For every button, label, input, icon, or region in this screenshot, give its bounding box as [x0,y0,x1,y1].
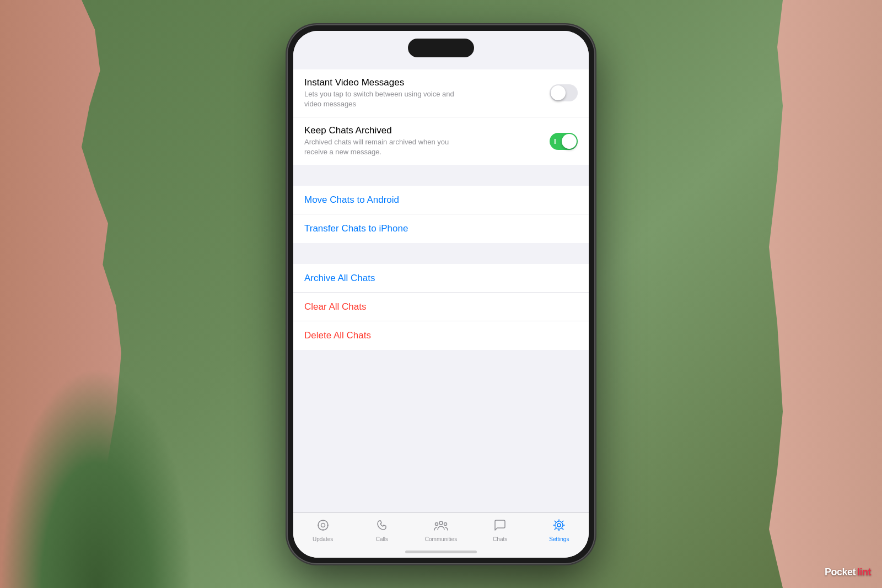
section-gap-1 [293,169,589,186]
settings-label: Settings [549,536,569,542]
tab-chats[interactable]: Chats [482,519,518,542]
row-transfer-iphone[interactable]: Transfer Chats to iPhone [293,214,589,243]
settings-list: Instant Video Messages Lets you tap to s… [293,69,589,519]
background-plant [0,368,193,588]
move-android-label: Move Chats to Android [304,195,399,206]
row-keep-archived: Keep Chats Archived Archived chats will … [293,117,589,165]
svg-point-8 [444,522,447,525]
svg-point-6 [439,521,443,525]
watermark: Pocketlint [825,567,871,578]
phone-container: Instant Video Messages Lets you tap to s… [287,24,595,564]
keep-archived-subtitle: Archived chats will remain archived when… [304,137,459,157]
instant-video-subtitle: Lets you tap to switch between using voi… [304,89,459,109]
row-clear-all[interactable]: Clear All Chats [293,293,589,321]
updates-label: Updates [313,536,333,542]
communities-icon [434,519,448,534]
calls-label: Calls [376,536,388,542]
svg-point-1 [321,523,325,527]
instant-video-title: Instant Video Messages [304,77,550,88]
section-transfer: Move Chats to Android Transfer Chats to … [293,186,589,243]
transfer-iphone-label: Transfer Chats to iPhone [304,223,408,234]
section-video-archive: Instant Video Messages Lets you tap to s… [293,69,589,165]
instant-video-toggle[interactable] [550,84,578,101]
keep-archived-title: Keep Chats Archived [304,125,550,136]
screen-content: Instant Video Messages Lets you tap to s… [293,31,589,558]
tab-settings[interactable]: Settings [541,519,577,542]
tab-updates[interactable]: Updates [305,519,341,542]
row-move-android[interactable]: Move Chats to Android [293,186,589,214]
toggle-i-label: I [554,137,556,145]
svg-point-9 [557,524,561,527]
watermark-pocket: Pocket [825,567,856,578]
chats-icon [493,519,507,534]
communities-label: Communities [425,536,457,542]
archive-all-label: Archive All Chats [304,273,375,284]
tab-communities[interactable]: Communities [423,519,459,542]
toggle-knob [551,85,566,100]
chats-label: Chats [493,536,507,542]
settings-icon [552,519,566,534]
delete-all-label: Delete All Chats [304,330,371,341]
watermark-lint: lint [857,567,871,578]
phone-screen: Instant Video Messages Lets you tap to s… [293,31,589,558]
calls-icon [375,519,389,534]
dynamic-island [408,39,474,57]
section-manage: Archive All Chats Clear All Chats Delete… [293,264,589,350]
svg-point-10 [555,521,563,529]
svg-point-0 [318,520,328,530]
clear-all-label: Clear All Chats [304,301,366,312]
row-archive-all[interactable]: Archive All Chats [293,264,589,293]
svg-point-7 [435,522,438,525]
section-gap-2 [293,247,589,264]
updates-icon [316,519,330,534]
tab-calls[interactable]: Calls [364,519,400,542]
toggle-knob-on [562,134,577,149]
home-indicator [405,551,477,553]
row-delete-all[interactable]: Delete All Chats [293,321,589,350]
keep-archived-toggle[interactable]: I [550,133,578,150]
row-instant-video: Instant Video Messages Lets you tap to s… [293,69,589,117]
phone-frame: Instant Video Messages Lets you tap to s… [287,24,595,564]
